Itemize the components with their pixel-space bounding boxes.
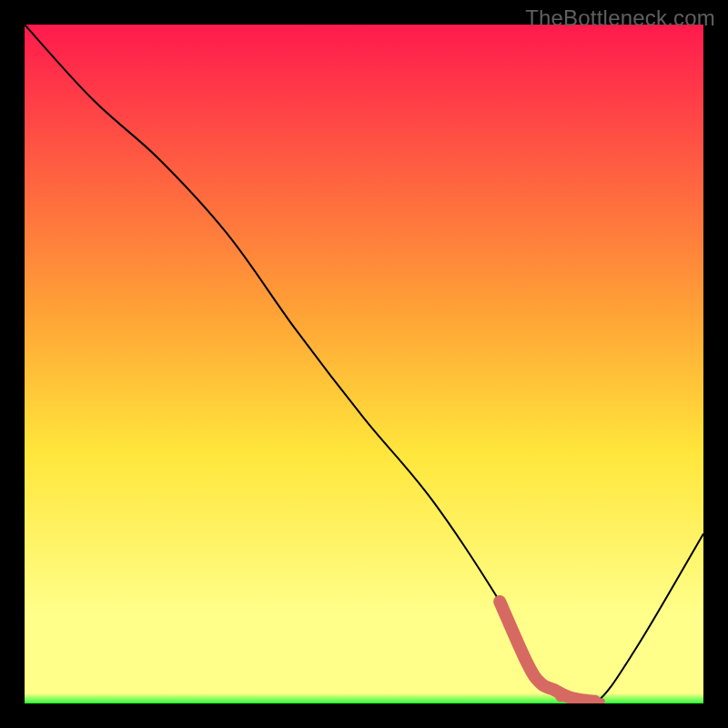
gradient-background bbox=[25, 25, 703, 703]
bottleneck-plot bbox=[25, 25, 703, 703]
watermark-text: TheBottleneck.com bbox=[525, 5, 715, 31]
highlight-dot bbox=[555, 692, 566, 703]
chart-container: TheBottleneck.com bbox=[0, 0, 728, 728]
highlight-dot bbox=[573, 695, 582, 703]
